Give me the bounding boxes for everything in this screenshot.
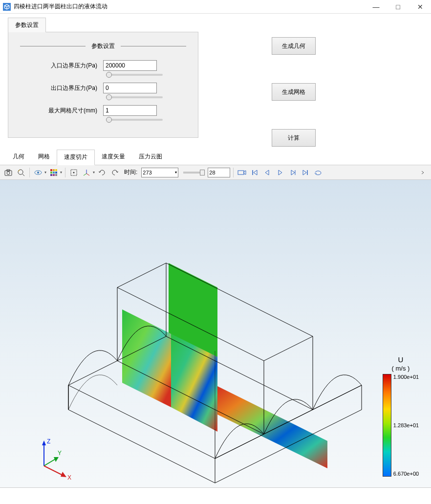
inlet-pressure-input[interactable] bbox=[103, 60, 157, 71]
tab-velocity-vector[interactable]: 速度矢量 bbox=[95, 150, 132, 165]
svg-rect-10 bbox=[50, 172, 52, 174]
tab-geometry[interactable]: 几何 bbox=[6, 150, 31, 165]
visibility-icon[interactable] bbox=[33, 167, 43, 178]
time-label: 时间: bbox=[124, 168, 137, 176]
max-mesh-slider[interactable] bbox=[109, 119, 163, 121]
generate-mesh-button[interactable]: 生成网格 bbox=[272, 83, 316, 101]
param-tab-strip: 参数设置 bbox=[0, 14, 431, 32]
inlet-pressure-slider[interactable] bbox=[109, 74, 163, 76]
legend-color-bar bbox=[383, 374, 391, 477]
param-panel: 参数设置 入口边界压力(Pa) 出口边界压力(Pa) 最大网格尺寸(mm) bbox=[8, 32, 198, 138]
svg-text:X: X bbox=[67, 474, 71, 481]
svg-line-20 bbox=[84, 174, 86, 175]
param-panel-header: 参数设置 bbox=[20, 42, 186, 50]
frame-input[interactable] bbox=[208, 168, 230, 177]
prev-frame-icon[interactable] bbox=[262, 167, 273, 178]
outlet-pressure-input[interactable] bbox=[103, 83, 157, 93]
close-button[interactable]: ✕ bbox=[409, 0, 431, 14]
color-legend: U ( m/s ) 1.900e+01 1.283e+01 6.670e+00 bbox=[381, 355, 420, 477]
tab-pressure-contour[interactable]: 压力云图 bbox=[132, 150, 169, 165]
chevron-down-icon[interactable]: ▾ bbox=[60, 170, 62, 175]
app-icon bbox=[3, 3, 11, 11]
tab-velocity-slice[interactable]: 速度切片 bbox=[57, 150, 95, 165]
time-select[interactable]: 273▾ bbox=[141, 168, 178, 177]
svg-point-17 bbox=[73, 172, 75, 173]
svg-rect-12 bbox=[55, 172, 57, 174]
svg-marker-36 bbox=[61, 472, 66, 477]
svg-rect-9 bbox=[55, 169, 57, 171]
svg-line-19 bbox=[86, 174, 89, 175]
loop-icon[interactable] bbox=[313, 167, 323, 178]
svg-rect-11 bbox=[53, 172, 55, 174]
axes-triad-icon[interactable] bbox=[81, 167, 92, 178]
viewer-toolbar: ▾ ▾ ▾ 时间: 273▾ bbox=[0, 165, 431, 180]
outlet-pressure-slider[interactable] bbox=[109, 96, 163, 98]
svg-line-4 bbox=[22, 174, 24, 176]
more-icon[interactable] bbox=[417, 167, 428, 178]
svg-marker-28 bbox=[217, 386, 327, 468]
legend-tick-max: 1.900e+01 bbox=[393, 374, 419, 380]
legend-title: U bbox=[381, 355, 420, 364]
first-frame-icon[interactable] bbox=[249, 167, 260, 178]
svg-rect-8 bbox=[53, 169, 55, 171]
svg-point-1 bbox=[7, 172, 10, 175]
svg-rect-14 bbox=[53, 174, 55, 176]
maximize-button[interactable]: □ bbox=[387, 0, 409, 14]
legend-tick-mid: 1.283e+01 bbox=[393, 422, 419, 428]
svg-marker-30 bbox=[42, 440, 46, 445]
result-tab-strip: 几何 网格 速度切片 速度矢量 压力云图 bbox=[0, 150, 431, 165]
next-frame-icon[interactable] bbox=[287, 167, 298, 178]
window-title: 四棱柱进口两半圆柱出口的液体流动 bbox=[14, 2, 365, 11]
last-frame-icon[interactable] bbox=[300, 167, 311, 178]
record-icon[interactable] bbox=[237, 167, 247, 178]
svg-text:Y: Y bbox=[58, 450, 62, 457]
max-mesh-input[interactable] bbox=[103, 105, 157, 116]
svg-rect-21 bbox=[238, 171, 244, 175]
snapshot-icon[interactable] bbox=[3, 167, 14, 178]
zoom-reset-icon[interactable] bbox=[16, 167, 26, 178]
play-icon[interactable] bbox=[275, 167, 285, 178]
param-area: 参数设置 入口边界压力(Pa) 出口边界压力(Pa) 最大网格尺寸(mm) 生成… bbox=[0, 32, 431, 147]
generate-geometry-button[interactable]: 生成几何 bbox=[272, 37, 316, 55]
svg-marker-26 bbox=[122, 309, 171, 407]
colormap-icon[interactable] bbox=[48, 167, 59, 178]
svg-line-32 bbox=[44, 459, 56, 466]
title-bar: 四棱柱进口两半圆柱出口的液体流动 — □ ✕ bbox=[0, 0, 431, 14]
action-buttons: 生成几何 生成网格 计算 bbox=[272, 32, 316, 147]
rotate-cw-icon[interactable] bbox=[109, 167, 120, 178]
axes-triad: Z Y X bbox=[29, 437, 73, 481]
compute-button[interactable]: 计算 bbox=[272, 129, 316, 147]
point-pick-icon[interactable] bbox=[68, 167, 79, 178]
legend-unit: ( m/s ) bbox=[381, 365, 420, 372]
svg-rect-7 bbox=[50, 169, 52, 171]
svg-point-3 bbox=[18, 170, 23, 175]
outlet-pressure-label: 出口边界压力(Pa) bbox=[20, 84, 103, 92]
model-render bbox=[24, 204, 376, 488]
svg-point-6 bbox=[37, 172, 39, 174]
param-panel-title: 参数设置 bbox=[86, 42, 121, 50]
svg-rect-13 bbox=[50, 174, 52, 176]
minimize-button[interactable]: — bbox=[365, 0, 387, 14]
inlet-pressure-label: 入口边界压力(Pa) bbox=[20, 62, 103, 70]
time-slider[interactable] bbox=[183, 172, 203, 174]
tab-param-settings[interactable]: 参数设置 bbox=[8, 18, 46, 32]
chevron-down-icon[interactable]: ▾ bbox=[44, 170, 46, 175]
chevron-down-icon[interactable]: ▾ bbox=[93, 170, 95, 175]
rotate-ccw-icon[interactable] bbox=[97, 167, 108, 178]
svg-text:Z: Z bbox=[47, 438, 50, 445]
svg-rect-15 bbox=[55, 174, 57, 176]
tab-mesh[interactable]: 网格 bbox=[31, 150, 57, 165]
viewport-3d[interactable]: Z Y X U ( m/s ) 1.900e+01 1.283e+01 6.67… bbox=[0, 180, 431, 488]
svg-line-35 bbox=[44, 466, 64, 476]
max-mesh-label: 最大网格尺寸(mm) bbox=[20, 107, 103, 115]
legend-tick-low: 6.670e+00 bbox=[393, 471, 419, 477]
